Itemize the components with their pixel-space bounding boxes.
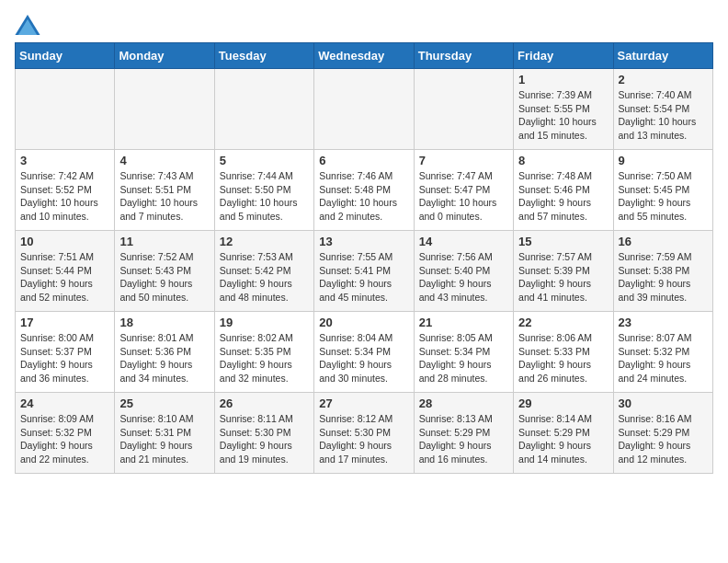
day-number: 1 xyxy=(518,73,608,86)
day-number: 8 xyxy=(518,154,608,167)
day-info: Sunrise: 8:09 AM Sunset: 5:32 PM Dayligh… xyxy=(20,412,109,466)
day-number: 11 xyxy=(119,235,209,248)
calendar-cell: 18Sunrise: 8:01 AM Sunset: 5:36 PM Dayli… xyxy=(115,312,214,393)
day-info: Sunrise: 7:56 AM Sunset: 5:40 PM Dayligh… xyxy=(419,250,508,304)
calendar-cell xyxy=(214,69,313,150)
day-info: Sunrise: 8:16 AM Sunset: 5:29 PM Dayligh… xyxy=(619,412,708,466)
calendar-cell: 23Sunrise: 8:07 AM Sunset: 5:32 PM Dayli… xyxy=(613,312,712,393)
day-info: Sunrise: 7:51 AM Sunset: 5:44 PM Dayligh… xyxy=(20,250,109,304)
day-info: Sunrise: 8:11 AM Sunset: 5:30 PM Dayligh… xyxy=(220,412,309,466)
calendar-cell: 16Sunrise: 7:59 AM Sunset: 5:38 PM Dayli… xyxy=(613,231,712,312)
calendar-cell xyxy=(16,69,115,150)
calendar-cell xyxy=(314,69,414,150)
day-info: Sunrise: 7:52 AM Sunset: 5:43 PM Dayligh… xyxy=(119,250,209,304)
day-info: Sunrise: 7:39 AM Sunset: 5:55 PM Dayligh… xyxy=(518,88,608,143)
day-info: Sunrise: 8:06 AM Sunset: 5:33 PM Dayligh… xyxy=(518,331,608,385)
day-info: Sunrise: 8:10 AM Sunset: 5:31 PM Dayligh… xyxy=(119,412,209,466)
day-info: Sunrise: 7:50 AM Sunset: 5:45 PM Dayligh… xyxy=(619,169,708,224)
calendar-cell: 28Sunrise: 8:13 AM Sunset: 5:29 PM Dayli… xyxy=(414,393,513,474)
logo-icon xyxy=(15,15,40,35)
calendar-cell: 30Sunrise: 8:16 AM Sunset: 5:29 PM Dayli… xyxy=(613,393,712,474)
day-info: Sunrise: 8:00 AM Sunset: 5:37 PM Dayligh… xyxy=(20,331,109,385)
day-number: 3 xyxy=(20,154,109,167)
calendar-cell: 25Sunrise: 8:10 AM Sunset: 5:31 PM Dayli… xyxy=(115,393,214,474)
day-number: 4 xyxy=(119,154,209,167)
calendar-body: 1Sunrise: 7:39 AM Sunset: 5:55 PM Daylig… xyxy=(16,69,713,474)
day-number: 25 xyxy=(119,396,209,410)
day-info: Sunrise: 7:40 AM Sunset: 5:54 PM Dayligh… xyxy=(619,88,708,143)
day-info: Sunrise: 7:44 AM Sunset: 5:50 PM Dayligh… xyxy=(220,169,309,224)
day-number: 21 xyxy=(419,316,508,329)
day-info: Sunrise: 8:12 AM Sunset: 5:30 PM Dayligh… xyxy=(319,412,408,466)
day-number: 23 xyxy=(619,316,708,329)
day-number: 22 xyxy=(518,316,608,329)
calendar-cell xyxy=(414,69,513,150)
calendar-cell: 29Sunrise: 8:14 AM Sunset: 5:29 PM Dayli… xyxy=(514,393,613,474)
calendar-week-row: 1Sunrise: 7:39 AM Sunset: 5:55 PM Daylig… xyxy=(16,69,713,150)
day-number: 5 xyxy=(220,154,309,167)
calendar-cell: 7Sunrise: 7:47 AM Sunset: 5:47 PM Daylig… xyxy=(414,150,513,231)
day-number: 15 xyxy=(518,235,608,248)
calendar-week-row: 17Sunrise: 8:00 AM Sunset: 5:37 PM Dayli… xyxy=(16,312,713,393)
day-number: 27 xyxy=(319,396,408,410)
column-header-monday: Monday xyxy=(115,43,214,69)
day-info: Sunrise: 8:14 AM Sunset: 5:29 PM Dayligh… xyxy=(518,412,608,466)
day-number: 29 xyxy=(518,396,608,410)
day-info: Sunrise: 7:53 AM Sunset: 5:42 PM Dayligh… xyxy=(220,250,309,304)
calendar-cell: 1Sunrise: 7:39 AM Sunset: 5:55 PM Daylig… xyxy=(514,69,613,150)
column-header-saturday: Saturday xyxy=(613,43,712,69)
calendar-cell: 22Sunrise: 8:06 AM Sunset: 5:33 PM Dayli… xyxy=(514,312,613,393)
day-info: Sunrise: 7:47 AM Sunset: 5:47 PM Dayligh… xyxy=(419,169,508,224)
day-info: Sunrise: 8:13 AM Sunset: 5:29 PM Dayligh… xyxy=(419,412,508,466)
column-header-friday: Friday xyxy=(514,43,613,69)
day-info: Sunrise: 7:55 AM Sunset: 5:41 PM Dayligh… xyxy=(319,250,408,304)
calendar-week-row: 10Sunrise: 7:51 AM Sunset: 5:44 PM Dayli… xyxy=(16,231,713,312)
calendar-table: SundayMondayTuesdayWednesdayThursdayFrid… xyxy=(15,42,713,474)
calendar-cell: 6Sunrise: 7:46 AM Sunset: 5:48 PM Daylig… xyxy=(314,150,414,231)
calendar-cell: 13Sunrise: 7:55 AM Sunset: 5:41 PM Dayli… xyxy=(314,231,414,312)
calendar-cell: 10Sunrise: 7:51 AM Sunset: 5:44 PM Dayli… xyxy=(16,231,115,312)
calendar-cell: 17Sunrise: 8:00 AM Sunset: 5:37 PM Dayli… xyxy=(16,312,115,393)
day-number: 17 xyxy=(20,316,109,329)
day-number: 18 xyxy=(119,316,209,329)
calendar-cell: 2Sunrise: 7:40 AM Sunset: 5:54 PM Daylig… xyxy=(613,69,712,150)
calendar-cell: 3Sunrise: 7:42 AM Sunset: 5:52 PM Daylig… xyxy=(16,150,115,231)
calendar-cell: 12Sunrise: 7:53 AM Sunset: 5:42 PM Dayli… xyxy=(214,231,313,312)
day-info: Sunrise: 8:02 AM Sunset: 5:35 PM Dayligh… xyxy=(220,331,309,385)
calendar-cell: 9Sunrise: 7:50 AM Sunset: 5:45 PM Daylig… xyxy=(613,150,712,231)
day-number: 30 xyxy=(619,396,708,410)
column-header-thursday: Thursday xyxy=(414,43,513,69)
logo xyxy=(15,15,44,35)
calendar-week-row: 24Sunrise: 8:09 AM Sunset: 5:32 PM Dayli… xyxy=(16,393,713,474)
day-number: 13 xyxy=(319,235,408,248)
calendar-header-row: SundayMondayTuesdayWednesdayThursdayFrid… xyxy=(16,43,713,69)
day-number: 24 xyxy=(20,396,109,410)
day-info: Sunrise: 8:07 AM Sunset: 5:32 PM Dayligh… xyxy=(619,331,708,385)
day-number: 6 xyxy=(319,154,408,167)
calendar-cell: 5Sunrise: 7:44 AM Sunset: 5:50 PM Daylig… xyxy=(214,150,313,231)
day-number: 2 xyxy=(619,73,708,86)
day-number: 20 xyxy=(319,316,408,329)
calendar-cell: 11Sunrise: 7:52 AM Sunset: 5:43 PM Dayli… xyxy=(115,231,214,312)
column-header-tuesday: Tuesday xyxy=(214,43,313,69)
day-info: Sunrise: 8:01 AM Sunset: 5:36 PM Dayligh… xyxy=(119,331,209,385)
calendar-cell: 8Sunrise: 7:48 AM Sunset: 5:46 PM Daylig… xyxy=(514,150,613,231)
calendar-cell: 21Sunrise: 8:05 AM Sunset: 5:34 PM Dayli… xyxy=(414,312,513,393)
day-number: 19 xyxy=(220,316,309,329)
calendar-cell: 4Sunrise: 7:43 AM Sunset: 5:51 PM Daylig… xyxy=(115,150,214,231)
day-info: Sunrise: 8:05 AM Sunset: 5:34 PM Dayligh… xyxy=(419,331,508,385)
calendar-week-row: 3Sunrise: 7:42 AM Sunset: 5:52 PM Daylig… xyxy=(16,150,713,231)
day-info: Sunrise: 7:48 AM Sunset: 5:46 PM Dayligh… xyxy=(518,169,608,224)
day-number: 9 xyxy=(619,154,708,167)
day-number: 26 xyxy=(220,396,309,410)
calendar-cell: 15Sunrise: 7:57 AM Sunset: 5:39 PM Dayli… xyxy=(514,231,613,312)
calendar-cell: 19Sunrise: 8:02 AM Sunset: 5:35 PM Dayli… xyxy=(214,312,313,393)
page-header xyxy=(15,15,713,35)
day-info: Sunrise: 7:46 AM Sunset: 5:48 PM Dayligh… xyxy=(319,169,408,224)
calendar-cell xyxy=(115,69,214,150)
column-header-sunday: Sunday xyxy=(16,43,115,69)
day-number: 16 xyxy=(619,235,708,248)
day-number: 12 xyxy=(220,235,309,248)
day-info: Sunrise: 8:04 AM Sunset: 5:34 PM Dayligh… xyxy=(319,331,408,385)
calendar-cell: 27Sunrise: 8:12 AM Sunset: 5:30 PM Dayli… xyxy=(314,393,414,474)
